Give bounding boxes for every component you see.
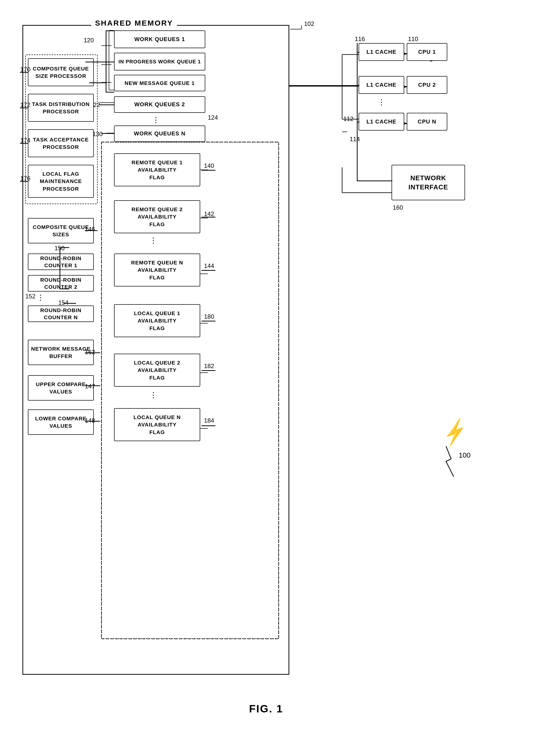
line-ref184: [201, 425, 215, 426]
ref-116: 116: [355, 35, 365, 43]
l1-cache-1-box: L1 CACHE: [358, 43, 404, 61]
work-queues-n-box: WORK QUEUES N: [114, 125, 205, 142]
bracket-120-bot: [106, 92, 114, 93]
line-ref146: [85, 230, 98, 231]
ref-112: 112: [343, 115, 353, 122]
line-ref174: [20, 143, 28, 144]
cpu-n-box: CPU N: [407, 113, 447, 131]
line-ref142: [201, 217, 215, 218]
ref-147: 147: [85, 383, 95, 390]
line-ref147: [85, 385, 100, 386]
cpu-2-box: CPU 2: [407, 76, 447, 94]
network-interface-box: NETWORKINTERFACE: [392, 165, 465, 200]
ref-120: 120: [84, 37, 94, 44]
line-ref172: [20, 107, 28, 108]
remote-queue-1-flag-box: REMOTE QUEUE 1AVAILABILITYFLAG: [114, 153, 200, 186]
ref-100: 100: [459, 451, 471, 459]
line-ref182: [201, 370, 215, 371]
cpu-1-box: CPU 1: [407, 43, 447, 61]
arrow-cpu2: [404, 84, 408, 86]
line-ref176: [20, 181, 28, 182]
network-message-buffer-box: NETWORK MESSAGEBUFFER: [28, 340, 94, 365]
ref-184: 184: [204, 417, 214, 424]
ref-146: 146: [85, 226, 95, 233]
line-ref170: [20, 72, 28, 73]
bracket-150: [60, 247, 60, 289]
composite-queue-sizes-box: COMPOSITE QUEUESIZES: [28, 218, 94, 243]
line-ref148: [85, 421, 100, 422]
dots-counters: ⋮: [37, 293, 46, 302]
dots-cpu: ⋮: [378, 98, 385, 106]
work-queues-1-box: WORK QUEUES 1: [114, 30, 205, 48]
ref-100-lightning: ⚡: [438, 417, 470, 448]
fig-label: FIG. 1: [249, 703, 283, 715]
line-cpu1-h: [357, 52, 359, 53]
svg-marker-33: [404, 86, 408, 88]
line-cpun-h: [357, 122, 359, 122]
line-ref162: [85, 353, 100, 353]
shared-memory-title: SHARED MEMORY: [91, 19, 177, 27]
in-progress-work-queue-1-box: IN PROGRESS WORK QUEUE 1: [114, 53, 205, 70]
l1-cache-2-box: L1 CACHE: [358, 76, 404, 94]
ref-182: 182: [204, 362, 214, 370]
round-robin-counter-1-box: ROUND-ROBIN COUNTER 1: [28, 254, 94, 270]
arrow-cpun: [404, 121, 408, 123]
ref-148: 148: [85, 417, 95, 424]
work-queues-2-box: WORK QUEUES 2: [114, 96, 205, 113]
ref-152: 152: [25, 293, 35, 300]
cpu-left-line: [357, 43, 357, 131]
remote-queue-2-flag-box: REMOTE QUEUE 2AVAILABILITYFLAG: [114, 200, 200, 233]
ref-124: 124: [208, 114, 218, 121]
local-queue-1-flag-box: LOCAL QUEUE 1AVAILABILITYFLAG: [114, 304, 200, 337]
ref-180: 180: [204, 313, 214, 320]
ref-114: 114: [350, 136, 360, 143]
line-ref140: [201, 170, 215, 171]
remote-queue-n-flag-box: REMOTE QUEUE NAVAILABILITYFLAG: [114, 254, 200, 286]
line-ref154: [63, 303, 76, 304]
line-ref186: [89, 82, 106, 83]
local-queue-n-flag-box: LOCAL QUEUE NAVAILABILITYFLAG: [114, 408, 200, 441]
bracket-120-top: [106, 30, 114, 31]
ref-142: 142: [204, 210, 214, 218]
upper-compare-values-box: UPPER COMPAREVALUES: [28, 375, 94, 400]
l1-cache-n-box: L1 CACHE: [358, 113, 404, 131]
bracket-120-mid: [98, 62, 114, 63]
svg-marker-34: [404, 122, 408, 124]
arrow-cpu1: [404, 51, 408, 53]
ref-160: 160: [393, 204, 403, 211]
ref-140: 140: [204, 162, 214, 169]
svg-marker-32: [404, 53, 408, 55]
line-ref130: [102, 133, 114, 134]
ref-154: 154: [58, 299, 68, 306]
dots-remote-queues: ⋮: [149, 236, 157, 245]
ref-144: 144: [204, 262, 214, 270]
line-ref144: [201, 270, 215, 271]
round-robin-counter-n-box: ROUND-ROBIN COUNTER N: [28, 306, 94, 322]
dots-wq: ⋮: [152, 115, 162, 124]
line-ref122: [99, 105, 114, 105]
line-cpu-to-network-h: [357, 181, 392, 181]
bracket-150-bot: [60, 288, 69, 289]
line-cpu-to-network: [357, 131, 357, 181]
ref-102: 102: [304, 20, 314, 27]
line-ref188: [85, 62, 98, 63]
ref-110: 110: [408, 35, 418, 43]
bracket-150-top: [60, 247, 69, 248]
processor-dashed-box: [25, 55, 98, 204]
ref-162: 162: [85, 349, 95, 356]
diagram: SHARED MEMORY 102 WORK QUEUES 1 120 IN P…: [15, 15, 517, 725]
line-ref180: [201, 321, 215, 321]
local-queue-2-flag-box: LOCAL QUEUE 2AVAILABILITYFLAG: [114, 354, 200, 387]
line-sharedmem-to-cpu: [289, 85, 357, 86]
lower-compare-values-box: LOWER COMPAREVALUES: [28, 409, 94, 435]
new-message-queue-1-box: NEW MESSAGE QUEUE 1: [114, 75, 205, 91]
dots-local-queues: ⋮: [149, 391, 157, 399]
